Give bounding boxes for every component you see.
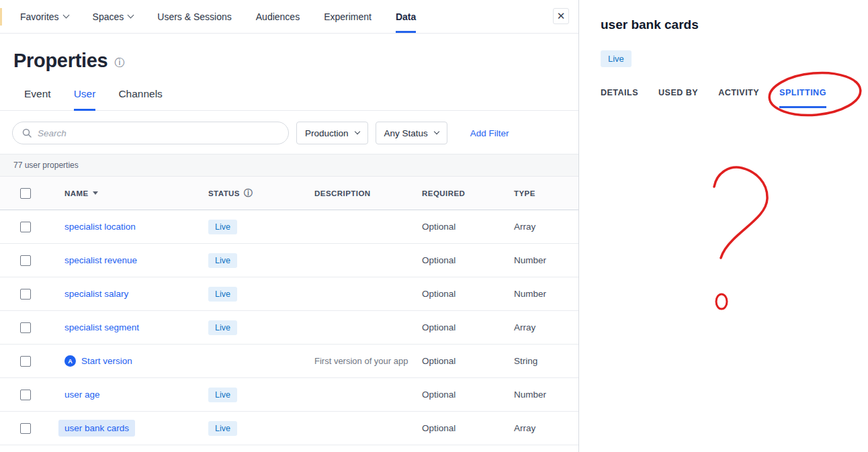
tab-splitting[interactable]: SPLITTING bbox=[779, 88, 826, 108]
column-header-name[interactable]: NAME bbox=[51, 189, 195, 197]
property-type: Array bbox=[501, 222, 578, 232]
row-checkbox-cell bbox=[0, 222, 51, 232]
property-status-cell: Live bbox=[195, 220, 301, 234]
table-row[interactable]: specialist segment Live Optional Array bbox=[0, 311, 578, 345]
nav-item-spaces[interactable]: Spaces bbox=[93, 0, 134, 33]
property-name-link[interactable]: Start version bbox=[81, 356, 132, 366]
status-badge: Live bbox=[208, 287, 237, 302]
table-row[interactable]: specialist location Live Optional Array bbox=[0, 210, 578, 244]
property-name-cell: specialist segment bbox=[51, 322, 195, 332]
property-status-cell: Live bbox=[195, 287, 301, 302]
column-label: TYPE bbox=[514, 189, 535, 197]
table-row[interactable]: user bank cards Live Optional Array bbox=[0, 412, 578, 445]
row-checkbox[interactable] bbox=[20, 356, 31, 367]
row-checkbox-cell bbox=[0, 423, 51, 434]
tab-activity[interactable]: ACTIVITY bbox=[718, 88, 759, 108]
property-name-link[interactable]: specialist segment bbox=[64, 322, 139, 332]
info-icon[interactable]: ⓘ bbox=[244, 187, 253, 199]
nav-label: Users & Sessions bbox=[157, 11, 231, 22]
property-type: Array bbox=[501, 423, 578, 433]
tab-used-by[interactable]: USED BY bbox=[658, 88, 698, 108]
property-status-cell: Live bbox=[195, 253, 301, 268]
column-header-status[interactable]: STATUS ⓘ bbox=[195, 187, 301, 199]
red-annotation-overlay bbox=[579, 0, 867, 452]
table-body: specialist location Live Optional Array … bbox=[0, 210, 578, 445]
chevron-down-icon bbox=[62, 12, 69, 19]
nav-item-data[interactable]: Data bbox=[396, 0, 416, 33]
status-value: Any Status bbox=[384, 128, 428, 138]
property-name-cell: specialist revenue bbox=[51, 255, 195, 265]
detail-tabs: DETAILS USED BY ACTIVITY SPLITTING bbox=[601, 88, 868, 108]
property-name-link[interactable]: user bank cards bbox=[58, 420, 135, 437]
properties-panel: Favorites Spaces Users & Sessions Audien… bbox=[0, 0, 579, 452]
select-all-checkbox[interactable] bbox=[20, 188, 31, 199]
row-checkbox[interactable] bbox=[20, 322, 31, 333]
red-dot-annotation bbox=[716, 294, 727, 309]
app-window: Favorites Spaces Users & Sessions Audien… bbox=[0, 0, 868, 452]
property-name-link[interactable]: user age bbox=[64, 390, 100, 400]
column-label: REQUIRED bbox=[422, 189, 465, 197]
search-box[interactable] bbox=[12, 122, 289, 144]
property-required: Optional bbox=[408, 222, 501, 232]
property-type: Array bbox=[501, 322, 578, 332]
status-badge: Live bbox=[208, 253, 237, 268]
row-checkbox-cell bbox=[0, 356, 51, 367]
property-name-cell: user bank cards bbox=[51, 423, 195, 433]
property-type: Number bbox=[501, 289, 578, 299]
property-required: Optional bbox=[408, 356, 501, 366]
column-header-description[interactable]: DESCRIPTION bbox=[301, 189, 408, 197]
chevron-down-icon bbox=[434, 129, 439, 134]
tab-details[interactable]: DETAILS bbox=[601, 88, 638, 108]
column-header-type[interactable]: TYPE bbox=[501, 189, 578, 197]
property-type: String bbox=[501, 356, 578, 366]
nav-item-experiment[interactable]: Experiment bbox=[324, 0, 372, 33]
table-row[interactable]: user age Live Optional Number bbox=[0, 378, 578, 412]
sort-descending-icon bbox=[93, 191, 98, 195]
row-checkbox-cell bbox=[0, 255, 51, 266]
chevron-down-icon bbox=[354, 129, 359, 134]
nav-item-favorites[interactable]: Favorites bbox=[20, 0, 69, 33]
table-row[interactable]: specialist revenue Live Optional Number bbox=[0, 244, 578, 277]
table-header: NAME STATUS ⓘ DESCRIPTION REQUIRED TYPE bbox=[0, 177, 578, 210]
row-checkbox[interactable] bbox=[20, 289, 31, 300]
info-icon[interactable]: ⓘ bbox=[114, 56, 124, 69]
status-select[interactable]: Any Status bbox=[376, 122, 447, 144]
column-label: NAME bbox=[64, 189, 89, 197]
column-label: DESCRIPTION bbox=[314, 189, 371, 197]
tab-event[interactable]: Event bbox=[24, 88, 51, 111]
property-status-cell: Live bbox=[195, 388, 301, 402]
red-question-mark-annotation bbox=[714, 167, 767, 258]
add-filter-button[interactable]: Add Filter bbox=[470, 128, 509, 138]
status-badge: Live bbox=[208, 421, 237, 436]
table-row[interactable]: specialist salary Live Optional Number bbox=[0, 277, 578, 311]
property-status-cell: Live bbox=[195, 421, 301, 436]
row-checkbox[interactable] bbox=[20, 255, 31, 266]
search-input[interactable] bbox=[38, 128, 279, 138]
property-name-link[interactable]: specialist location bbox=[64, 222, 136, 232]
property-name-cell: user age bbox=[51, 390, 195, 400]
table-row[interactable]: A Start version First version of your ap… bbox=[0, 345, 578, 378]
environment-select[interactable]: Production bbox=[296, 122, 368, 144]
property-detail-panel: user bank cards Live DETAILS USED BY ACT… bbox=[579, 0, 868, 452]
environment-value: Production bbox=[305, 128, 349, 138]
nav-label: Favorites bbox=[20, 11, 59, 22]
row-checkbox[interactable] bbox=[20, 423, 31, 434]
property-type-tabs: Event User Channels bbox=[0, 88, 578, 111]
row-checkbox[interactable] bbox=[20, 390, 31, 400]
nav-item-users-sessions[interactable]: Users & Sessions bbox=[157, 0, 231, 33]
property-name-link[interactable]: specialist salary bbox=[64, 289, 128, 299]
tab-user[interactable]: User bbox=[74, 88, 96, 111]
property-required: Optional bbox=[408, 423, 501, 433]
nav-item-audiences[interactable]: Audiences bbox=[256, 0, 300, 33]
tab-channels[interactable]: Channels bbox=[118, 88, 163, 111]
column-header-required[interactable]: REQUIRED bbox=[408, 189, 501, 197]
close-icon[interactable]: ✕ bbox=[553, 8, 569, 24]
nav-label: Data bbox=[396, 11, 416, 22]
chevron-down-icon bbox=[128, 12, 134, 19]
live-status-badge: Live bbox=[601, 50, 632, 67]
property-type: Number bbox=[501, 390, 578, 400]
property-name-link[interactable]: specialist revenue bbox=[64, 255, 137, 265]
property-required: Optional bbox=[408, 322, 501, 332]
row-checkbox[interactable] bbox=[20, 222, 31, 232]
property-required: Optional bbox=[408, 289, 501, 299]
